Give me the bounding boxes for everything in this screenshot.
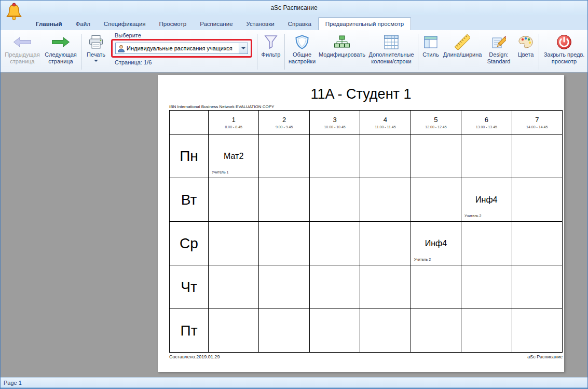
toolbar-separator [284, 34, 285, 70]
general-settings-button[interactable]: Общие настройки [286, 31, 318, 72]
lesson-teacher: Учитель 2 [414, 258, 431, 261]
app-credit: aSc Расписание [527, 354, 563, 359]
report-type-select[interactable]: Индивидуальные расписания учащихся [115, 43, 248, 54]
style-label: Стиль [422, 51, 439, 58]
timetable-cell [411, 309, 461, 353]
close-preview-label: Закрыть предв. просмотр [541, 51, 587, 65]
shield-icon [295, 33, 309, 51]
report-type-dropdown-button[interactable] [239, 43, 248, 53]
period-header-cell: 310.00 - 10.45 [310, 111, 360, 135]
window-title: aSc Расписание [270, 4, 317, 11]
timetable-row: Чт [170, 265, 563, 309]
next-page-button[interactable]: Следующая страница [42, 31, 79, 72]
power-icon [556, 33, 572, 51]
timetable-cell [411, 135, 461, 178]
timetable-cell [259, 178, 309, 222]
bell-icon[interactable] [5, 2, 23, 23]
lesson-cell: Инф4Учитель 2 [411, 222, 461, 265]
timetable-cell [259, 265, 309, 309]
timetable-cell [512, 309, 563, 353]
prev-page-label: Предыдущая страница [3, 51, 42, 65]
title-bar: aSc Расписание [1, 1, 587, 15]
timetable-cell [411, 265, 461, 309]
lesson-cell: Инф4Учитель 2 [461, 178, 512, 222]
generated-date: Составлено:2019.01.29 [169, 354, 220, 359]
arrow-left-icon [13, 33, 32, 51]
tab-settings[interactable]: Установки [240, 18, 281, 30]
timetable-header-row: 18.00 - 8.4529.00 - 9.45310.00 - 10.4541… [170, 111, 563, 135]
menu-tab-bar: Главный Файл Спецификация Просмотр Распи… [1, 15, 587, 30]
tab-file[interactable]: Файл [69, 18, 97, 30]
timetable-cell [310, 265, 360, 309]
modify-button[interactable]: Модифицировать [318, 31, 366, 72]
page-counter: Страница: 1/6 [115, 59, 254, 65]
colors-button[interactable]: Цвета [514, 31, 537, 72]
timetable-row: ВтИнф4Учитель 2 [170, 178, 563, 222]
toolbar-separator [81, 34, 81, 70]
selection-highlight-annotation: Индивидуальные расписания учащихся [111, 39, 252, 58]
tab-specification[interactable]: Спецификация [97, 18, 153, 30]
timetable-row: Пт [170, 309, 563, 353]
evaluation-watermark: IBN International Business Network EVALU… [169, 104, 274, 109]
style-button[interactable]: Стиль [420, 31, 442, 72]
period-header-cell: 512.00 - 12.45 [411, 111, 461, 135]
timetable-cell [209, 265, 259, 309]
timetable-row: ПнМат2Учитель 1 [170, 135, 563, 178]
arrow-right-icon [51, 33, 70, 51]
report-type-value: Индивидуальные расписания учащихся [127, 45, 239, 51]
length-width-button[interactable]: Длина/ширина [442, 31, 483, 72]
length-width-label: Длина/ширина [443, 51, 482, 58]
toolbar-separator [539, 34, 539, 70]
extra-columns-button[interactable]: Дополнительные колонки/строки [366, 31, 416, 72]
timetable-cell [461, 309, 512, 353]
tab-help[interactable]: Справка [281, 18, 318, 30]
modify-label: Модифицировать [319, 51, 365, 58]
day-cell: Ср [170, 222, 209, 265]
page-footer: Составлено:2019.01.29 aSc Расписание [169, 354, 563, 359]
funnel-icon [264, 33, 278, 51]
timetable-cell [411, 178, 461, 222]
period-header-cell: 613.00 - 13.45 [461, 111, 512, 135]
tab-main[interactable]: Главный [29, 18, 69, 30]
corner-cell [170, 111, 209, 135]
choose-label: Выберите [115, 32, 254, 38]
lesson-teacher: Учитель 1 [212, 170, 228, 174]
print-button[interactable]: Печать [83, 31, 109, 72]
preview-area: 11A - Студент 1 IBN International Busine… [1, 73, 587, 377]
timetable-cell [259, 135, 309, 178]
timetable-cell [512, 178, 563, 222]
tab-schedule[interactable]: Расписание [193, 18, 239, 30]
filter-label: Фильтр [262, 51, 281, 58]
chevron-down-icon [94, 60, 98, 62]
timetable-cell [310, 135, 360, 178]
general-settings-label: Общие настройки [286, 51, 318, 65]
print-label: Печать [87, 51, 105, 58]
design-button[interactable]: Design: Standard [483, 31, 514, 72]
close-preview-button[interactable]: Закрыть предв. просмотр [541, 31, 587, 72]
timetable-cell [259, 222, 309, 265]
timetable-cell [512, 135, 563, 178]
timetable-cell [310, 178, 360, 222]
extra-columns-label: Дополнительные колонки/строки [366, 51, 416, 65]
sitemap-icon [334, 33, 350, 51]
prev-page-button[interactable]: Предыдущая страница [3, 31, 42, 72]
timetable-cell [310, 309, 360, 353]
app-window: aSc Расписание Главный Файл Спецификация… [0, 0, 588, 389]
schedule-title: 11A - Студент 1 [158, 86, 564, 102]
ruler-icon [455, 33, 470, 51]
period-header-cell: 29.00 - 9.45 [259, 111, 309, 135]
tab-view[interactable]: Просмотр [153, 18, 194, 30]
chevron-down-icon [241, 47, 245, 49]
timetable-cell [310, 222, 360, 265]
period-header-cell: 714.00 - 14.45 [512, 111, 563, 135]
period-header-cell: 411.00 - 11.45 [360, 111, 411, 135]
report-select-group: Выберите Индивидуальные расписания учащи… [109, 31, 255, 72]
design-label: Design: Standard [483, 51, 514, 65]
filter-button[interactable]: Фильтр [259, 31, 283, 72]
tab-print-preview[interactable]: Предварительный просмотр [318, 17, 411, 30]
timetable-cell [209, 309, 259, 353]
timetable-cell [209, 178, 259, 222]
day-cell: Пн [170, 135, 209, 178]
table-grid-icon [384, 33, 399, 51]
student-icon [117, 45, 125, 52]
